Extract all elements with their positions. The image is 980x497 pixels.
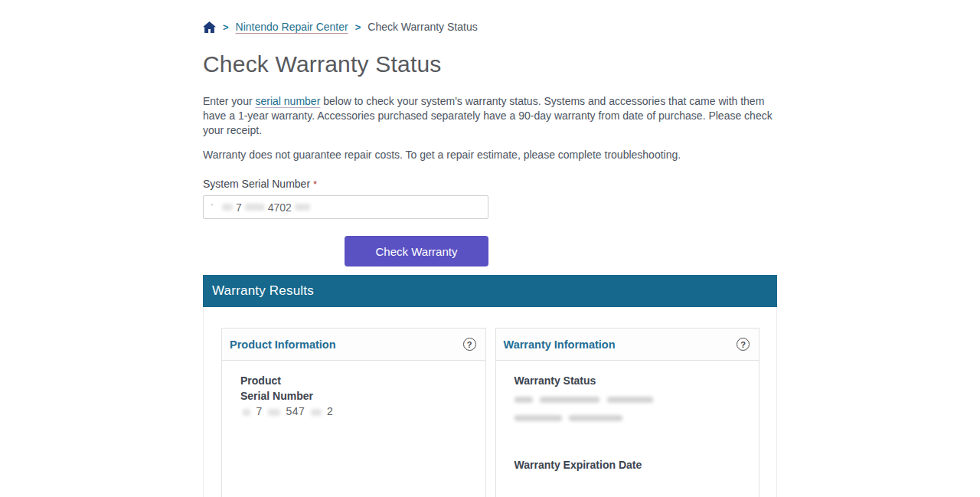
serial-number-link[interactable]: serial number — [255, 95, 320, 107]
warranty-results-title: Warranty Results — [212, 283, 314, 299]
serial-fragment: 7 — [236, 201, 242, 214]
serial-number-input[interactable]: ' 7 4702 — [203, 195, 488, 219]
redacted-text — [311, 409, 322, 416]
warranty-results-section: Warranty Results Product Information ? P… — [203, 275, 777, 497]
redacted-mark: ' — [211, 203, 213, 211]
required-marker: * — [313, 178, 317, 190]
warranty-information-card-header: Warranty Information ? — [496, 329, 760, 361]
serial-number-label-text: System Serial Number — [203, 178, 310, 190]
product-information-card-body: Product Serial Number 7 547 2 — [222, 361, 485, 419]
product-information-card: Product Information ? Product Serial Num… — [221, 328, 486, 497]
redacted-text — [295, 204, 310, 211]
check-warranty-button[interactable]: Check Warranty — [345, 236, 488, 266]
serial-fragment: 7 — [256, 405, 262, 417]
warranty-results-header: Warranty Results — [203, 275, 777, 307]
serial-fragment: 4702 — [268, 201, 292, 214]
redacted-text — [514, 415, 562, 421]
warranty-information-card-body: Warranty Status Warranty Expiration Date — [496, 361, 760, 472]
home-icon[interactable] — [203, 21, 216, 33]
note-paragraph: Warranty does not guarantee repair costs… — [203, 149, 777, 161]
intro-paragraph: Enter your serial number below to check … — [203, 94, 777, 138]
breadcrumb-link-repair-center[interactable]: Nintendo Repair Center — [236, 21, 348, 33]
serial-number-label: System Serial Number* — [203, 178, 777, 190]
chevron-right-icon: > — [223, 21, 229, 33]
help-icon[interactable]: ? — [463, 338, 476, 351]
redacted-text — [540, 397, 599, 403]
page-container: > Nintendo Repair Center > Check Warrant… — [203, 0, 777, 497]
redacted-text — [268, 409, 280, 416]
page-title: Check Warranty Status — [203, 51, 777, 77]
serial-number-result-label: Serial Number — [240, 388, 475, 404]
redacted-text — [245, 204, 265, 211]
warranty-information-title: Warranty Information — [504, 338, 616, 351]
breadcrumb: > Nintendo Repair Center > Check Warrant… — [203, 21, 777, 33]
serial-fragment: 547 — [286, 405, 305, 417]
warranty-results-body: Product Information ? Product Serial Num… — [203, 307, 777, 497]
redacted-text — [569, 415, 622, 421]
serial-fragment: 2 — [327, 405, 333, 417]
breadcrumb-current: Check Warranty Status — [368, 21, 477, 33]
intro-text-pre: Enter your — [203, 95, 255, 107]
serial-number-result-value: 7 547 2 — [240, 404, 475, 419]
product-information-title: Product Information — [230, 338, 336, 351]
warranty-status-label: Warranty Status — [514, 373, 749, 388]
warranty-expiration-label: Warranty Expiration Date — [514, 457, 749, 472]
chevron-right-icon: > — [355, 21, 361, 33]
warranty-information-card: Warranty Information ? Warranty Status W… — [495, 328, 760, 497]
product-label: Product — [240, 373, 475, 388]
warranty-status-value-redacted — [514, 410, 749, 425]
redacted-text — [243, 409, 250, 416]
redacted-text — [514, 397, 533, 403]
help-icon[interactable]: ? — [737, 338, 750, 351]
redacted-text — [222, 204, 233, 211]
product-information-card-header: Product Information ? — [222, 329, 485, 361]
warranty-status-value-redacted — [514, 391, 749, 407]
redacted-text — [607, 397, 653, 403]
